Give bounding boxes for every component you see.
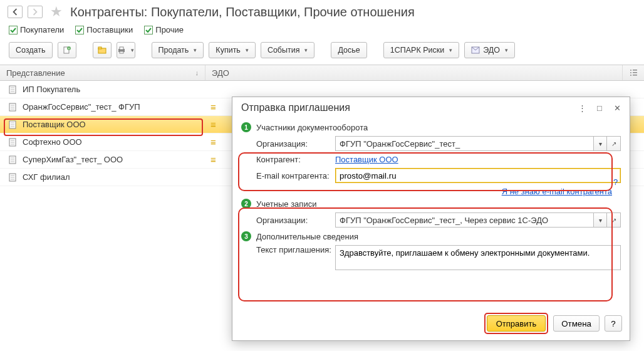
sell-button[interactable]: Продать▾: [152, 42, 204, 58]
row-icon: [9, 85, 18, 94]
org-label: Организация:: [256, 139, 331, 149]
row-name: Софтехно ООО: [23, 137, 82, 147]
svg-point-11: [630, 72, 631, 73]
col-edo[interactable]: ЭДО: [205, 65, 623, 80]
filter-other[interactable]: Прочие: [144, 25, 184, 34]
print-button[interactable]: ▾: [117, 42, 135, 58]
email-input[interactable]: [335, 168, 621, 183]
invite-text-row: Текст приглашения:: [256, 245, 621, 270]
account-org-input[interactable]: ФГУП "ОранжГосСервис"_тест_, Через серви…: [335, 212, 593, 228]
col-menu[interactable]: [623, 65, 644, 80]
back-button[interactable]: [8, 6, 23, 18]
step-title: Учетные записи: [256, 199, 316, 209]
events-button[interactable]: События▾: [261, 42, 315, 58]
row-icon: [9, 155, 18, 164]
svg-text:+: +: [68, 46, 70, 50]
edo-mark: ≡: [210, 154, 216, 165]
edo-mark: ≡: [210, 137, 216, 147]
account-org-label: Организации:: [256, 216, 331, 225]
step-title: Участники документооборота: [256, 123, 368, 132]
row-name: Поставщик ООО: [23, 120, 86, 129]
dialog-title: Отправка приглашения: [241, 102, 571, 113]
folder-button[interactable]: [93, 42, 112, 58]
svg-rect-4: [98, 47, 101, 49]
step-1-header: 1 Участники документооборота: [241, 122, 621, 132]
org-row: Организация: ФГУП "ОранжГосСервис"_тест_…: [256, 136, 621, 151]
checkbox-icon: [144, 26, 153, 34]
row-icon: [9, 173, 18, 182]
row-icon: [9, 120, 18, 129]
dropdown-icon[interactable]: ▾: [593, 212, 607, 228]
buy-button[interactable]: Купить▾: [209, 42, 256, 58]
row-name: ИП Покупатель: [23, 85, 80, 94]
contractor-row: Контрагент: Поставщик ООО: [256, 155, 621, 164]
svg-point-13: [630, 75, 631, 76]
forward-button[interactable]: [28, 6, 43, 18]
help-icon[interactable]: ?: [613, 177, 618, 187]
svg-rect-7: [120, 51, 123, 53]
help-button[interactable]: ?: [605, 315, 622, 332]
table-header: Представление ↓ ЭДО: [0, 65, 644, 81]
filter-buyers[interactable]: Покупатели: [9, 25, 64, 34]
col-representation[interactable]: Представление ↓: [0, 65, 205, 80]
contractor-link[interactable]: Поставщик ООО: [335, 155, 398, 164]
account-org-row: Организации: ФГУП "ОранжГосСервис"_тест_…: [256, 212, 621, 228]
more-icon[interactable]: ⋮: [576, 102, 588, 113]
create-button[interactable]: Создать: [9, 42, 53, 58]
unknown-email-link[interactable]: Я не знаю e-mail контрагента: [502, 187, 612, 196]
sort-icon: ↓: [195, 69, 199, 76]
step-number-icon: 3: [241, 231, 251, 241]
close-icon[interactable]: ✕: [611, 102, 623, 113]
edo-mark: ≡: [210, 102, 216, 112]
invite-text-label: Текст приглашения:: [256, 245, 331, 254]
dialog-body: 1 Участники документооборота Организация…: [232, 117, 630, 308]
dialog-titlebar: Отправка приглашения ⋮ □ ✕: [232, 97, 630, 117]
checkbox-icon: [9, 26, 18, 34]
open-icon[interactable]: ↗: [607, 136, 621, 151]
email-row: E-mail контрагента:: [256, 168, 621, 183]
svg-rect-14: [633, 75, 637, 76]
contractor-label: Контрагент:: [256, 155, 331, 164]
filter-label: Прочие: [155, 25, 184, 34]
step-number-icon: 1: [241, 122, 251, 132]
open-icon[interactable]: ↗: [607, 212, 621, 228]
dropdown-icon[interactable]: ▾: [593, 136, 607, 151]
copy-button[interactable]: +: [58, 42, 76, 58]
row-name: СуперХимГаз"_тест_ ООО: [23, 155, 123, 164]
step-3-header: 3 Дополнительные сведения: [241, 231, 621, 241]
row-name: ОранжГосСервис"_тест_ ФГУП: [23, 102, 140, 112]
favorite-star-icon[interactable]: ★: [50, 4, 63, 20]
svg-point-9: [630, 70, 631, 71]
checkbox-icon: [75, 26, 84, 34]
edo-button[interactable]: ЭДО▾: [464, 42, 515, 58]
maximize-icon[interactable]: □: [593, 102, 606, 113]
table-row[interactable]: ИП Покупатель: [0, 81, 644, 98]
dialog-footer: Отправить Отмена ?: [232, 308, 630, 340]
spark-button[interactable]: 1СПАРК Риски▾: [383, 42, 459, 58]
invite-dialog: Отправка приглашения ⋮ □ ✕ 1 Участники д…: [232, 97, 630, 341]
filter-row: Покупатели Поставщики Прочие: [0, 23, 644, 39]
filter-label: Поставщики: [86, 25, 133, 34]
dossier-button[interactable]: Досье: [331, 42, 366, 58]
email-label: E-mail контрагента:: [256, 171, 331, 181]
filter-suppliers[interactable]: Поставщики: [75, 25, 133, 34]
step-title: Дополнительные сведения: [256, 232, 358, 241]
step-number-icon: 2: [241, 199, 251, 209]
edo-mark: ≡: [210, 119, 216, 130]
send-button[interactable]: Отправить: [487, 315, 546, 332]
step-2-header: 2 Учетные записи: [241, 199, 621, 209]
svg-rect-12: [633, 72, 637, 73]
send-highlight: Отправить: [484, 313, 548, 334]
cancel-button[interactable]: Отмена: [553, 315, 600, 332]
row-icon: [9, 138, 18, 147]
row-icon: [9, 103, 18, 112]
row-name: СХГ филиал: [23, 172, 70, 182]
page-title: Контрагенты: Покупатели, Поставщики, Про…: [70, 5, 415, 19]
svg-rect-6: [120, 47, 123, 50]
org-input[interactable]: ФГУП "ОранжГосСервис"_тест_: [335, 136, 593, 151]
filter-label: Покупатели: [20, 25, 64, 34]
invite-text-input[interactable]: [335, 245, 621, 270]
page-header: ★ Контрагенты: Покупатели, Поставщики, П…: [0, 0, 644, 23]
svg-rect-10: [633, 70, 637, 71]
toolbar: Создать + ▾ Продать▾ Купить▾ События▾ До…: [0, 39, 644, 65]
